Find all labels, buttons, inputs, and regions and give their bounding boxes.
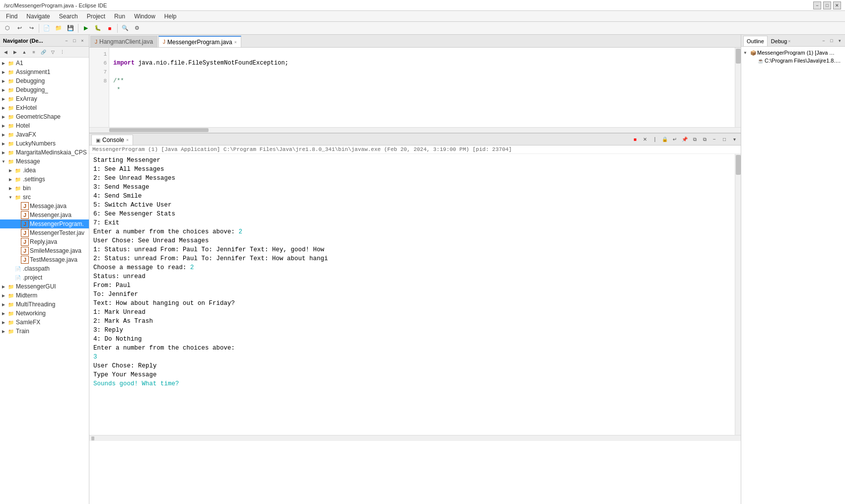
toolbar-open[interactable]: 📁 [53,23,64,34]
right-tab-debug[interactable]: Debug × [768,36,794,46]
console-view-menu[interactable]: ▾ [730,135,739,144]
editor-scrollbar[interactable] [735,48,741,127]
console-pin[interactable]: 📌 [680,135,689,144]
tree-item[interactable]: ▶📁GeometricShape [0,112,89,121]
toolbar-new[interactable]: 📄 [41,23,52,34]
tree-item[interactable]: ▶📁Networking [0,309,89,318]
toolbar-btn-2[interactable]: ↩ [14,23,25,34]
tree-item[interactable]: JMessengerTester.jav [0,228,89,237]
editor-hscroll[interactable] [89,127,741,133]
tree-item[interactable]: ▼📁src [0,193,89,202]
menu-project[interactable]: Project [83,12,109,21]
outline-item[interactable]: ☕C:\Program Files\Java\jre1.8.0_... [743,57,843,65]
console-clear-btn[interactable]: ✕ [640,135,649,144]
center-panel: J HangmanClient.java J MessengerProgram.… [89,35,741,504]
menu-run[interactable]: Run [110,12,129,21]
close-button[interactable]: ✕ [833,1,841,9]
console-tab[interactable]: ▣ Console × [91,135,133,145]
messenger-tab-close[interactable]: × [234,40,237,45]
tree-item[interactable]: JMessage.java [0,202,89,211]
minimize-button[interactable]: − [813,1,821,9]
menu-search[interactable]: Search [55,12,82,21]
console-maximize[interactable]: □ [720,135,729,144]
tree-item[interactable]: ▶📁JavaFX [0,130,89,139]
tree-item[interactable]: ▶📁bin [0,184,89,193]
tree-item[interactable]: ▶📁LuckyNumbers [0,139,89,148]
tree-item[interactable]: 📄.project [0,273,89,282]
console-minimize[interactable]: − [710,135,719,144]
tree-item[interactable]: ▶📁Debugging [0,76,89,85]
toolbar-btn-1[interactable]: ⬡ [2,23,13,34]
console-btn3[interactable]: | [650,135,659,144]
tree-item[interactable]: ▶📁MultiThreading [0,300,89,309]
editor-hscroll-thumb[interactable] [109,128,209,132]
maximize-button[interactable]: □ [823,1,831,9]
tree-item[interactable]: 📄.classpath [0,264,89,273]
tree-item[interactable]: ▶📁.idea [0,166,89,175]
menu-help[interactable]: Help [160,12,181,21]
console-output[interactable]: Starting Messenger1: See All Messages2: … [89,154,735,435]
navigator-minimize-btn[interactable]: − [63,37,70,44]
tree-item[interactable]: ▶📁ExHotel [0,103,89,112]
console-scrollbar[interactable] [735,154,741,435]
navigator-maximize-btn[interactable]: □ [71,37,78,44]
tree-item[interactable]: ▶📁Train [0,327,89,336]
tree-item[interactable]: ▶📁Midterm [0,291,89,300]
nav-collapse-btn[interactable]: ≡ [29,48,38,57]
console-copy[interactable]: ⧉ [690,135,699,144]
console-word-wrap[interactable]: ↵ [670,135,679,144]
right-panel-maximize[interactable]: □ [828,37,835,44]
tree-item[interactable]: ▶📁MessengerGUI [0,282,89,291]
tree-item[interactable]: ▶📁.settings [0,175,89,184]
console-scroll-lock[interactable]: 🔒 [660,135,669,144]
editor-scrollbar-thumb[interactable] [736,49,741,64]
right-panel-menu[interactable]: ▾ [836,37,843,44]
menu-navigate[interactable]: Navigate [22,12,54,21]
right-panel-minimize[interactable]: − [820,37,827,44]
console-stop-btn[interactable]: ■ [631,135,639,144]
tree-item[interactable]: ▼📁Message [0,157,89,166]
menu-window[interactable]: Window [130,12,159,21]
toolbar-settings[interactable]: ⚙ [132,23,142,34]
tree-item[interactable]: ▶📁MargaritaMedinskaia_CPS [0,148,89,157]
toolbar-btn-3[interactable]: ↪ [26,23,37,34]
console-hscroll-thumb[interactable] [91,436,94,440]
tree-item[interactable]: JReply.java [0,237,89,246]
tree-item[interactable]: JSmileMessage.java [0,246,89,255]
toolbar-debug[interactable]: 🐛 [92,23,103,34]
console-scrollbar-thumb[interactable] [736,155,741,175]
debug-tab-close[interactable]: × [788,39,790,44]
nav-link-btn[interactable]: 🔗 [39,48,48,57]
toolbar-run[interactable]: ▶ [80,23,91,34]
nav-filter-btn[interactable]: ▽ [48,48,57,57]
console-hscroll[interactable] [89,435,741,441]
editor-code[interactable]: import java.nio.file.FileSystemNotFoundE… [109,48,735,127]
tree-item[interactable]: JTestMessage.java [0,255,89,264]
nav-back-btn[interactable]: ◀ [1,48,10,57]
tree-item[interactable]: ▶📁Assignment1 [0,68,89,76]
tree-icon: 📁 [7,291,15,299]
navigator-close-btn[interactable]: × [79,37,86,44]
tree-item[interactable]: ▶📁Debugging_ [0,85,89,94]
menu-find[interactable]: Find [2,12,21,21]
nav-menu-btn[interactable]: ⋮ [58,48,67,57]
tree-item-label: A1 [16,60,23,67]
outline-item[interactable]: ▼📦MessengerProgram (1) [Java Appl [743,49,843,57]
tree-item[interactable]: JMessenger.java [0,211,89,219]
console-new-win[interactable]: ⧉ [700,135,709,144]
toolbar-stop[interactable]: ■ [104,23,115,34]
toolbar-search[interactable]: 🔍 [120,23,131,34]
console-tab-close[interactable]: × [126,138,129,143]
tree-item[interactable]: ▶📁SamleFX [0,318,89,327]
tree-icon: 📁 [7,283,15,290]
right-tab-outline[interactable]: Outline [743,36,768,46]
nav-up-btn[interactable]: ▲ [20,48,29,57]
tab-hangman[interactable]: J HangmanClient.java [90,36,157,47]
tree-item[interactable]: ▶📁A1 [0,59,89,68]
tree-item[interactable]: ▶📁Hotel [0,121,89,130]
nav-forward-btn[interactable]: ▶ [10,48,19,57]
tree-item[interactable]: ▶📁ExArray [0,94,89,103]
tab-messenger[interactable]: J MessengerProgram.java × [158,36,241,47]
toolbar-save[interactable]: 💾 [65,23,76,34]
tree-item[interactable]: JMessengerProgram. [0,219,89,228]
